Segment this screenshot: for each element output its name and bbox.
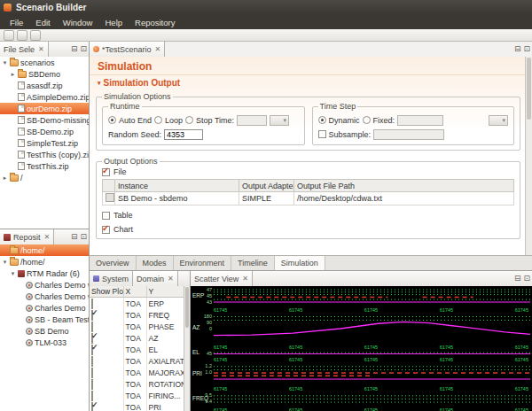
column-header-x[interactable]: X — [123, 286, 146, 298]
tree-item[interactable]: ASimpleDemo.zip — [0, 91, 89, 103]
close-icon[interactable]: ✕ — [242, 275, 248, 283]
tree-item[interactable]: Charles Demo w/ ... — [0, 279, 89, 291]
scrollbar-thumb[interactable] — [185, 287, 189, 328]
close-icon[interactable]: ✕ — [168, 275, 174, 283]
tree-item[interactable]: ▾scenarios — [0, 57, 89, 68]
maximize-icon[interactable]: ⊡ — [80, 231, 87, 242]
table-output-option[interactable]: Table — [102, 211, 514, 220]
tree-item[interactable]: ▾RTM Radar (6) — [0, 268, 89, 279]
menu-help[interactable]: Help — [98, 17, 129, 28]
refresh-icon[interactable] — [30, 30, 41, 41]
menu-repository[interactable]: Repository — [129, 17, 181, 28]
minimize-icon[interactable]: ⊟ — [71, 231, 78, 242]
save-all-icon[interactable] — [17, 30, 27, 41]
show-plot-checkbox[interactable] — [91, 379, 93, 390]
tree-item[interactable]: asasdf.zip — [0, 80, 89, 91]
table-row[interactable]: TOAPHASE — [90, 321, 184, 332]
page-tab-environment[interactable]: Environment — [174, 256, 232, 270]
page-tab-timeline[interactable]: Timeline — [231, 256, 275, 270]
chart-output-option[interactable]: ✓ Chart — [102, 225, 514, 234]
page-tab-modes[interactable]: Modes — [137, 256, 174, 270]
tree-item[interactable]: ourDemo.zip — [0, 103, 89, 114]
page-tab-simulation[interactable]: Simulation — [275, 256, 325, 270]
scrollbar-thumb[interactable] — [527, 58, 531, 120]
tree-item[interactable]: SB Demo — [0, 325, 89, 337]
show-plot-checkbox[interactable]: ✓ — [91, 345, 93, 355]
tree-item[interactable]: /home/ — [0, 244, 89, 256]
minimize-icon[interactable]: ⊟ — [71, 43, 78, 54]
tab-testscenario[interactable]: *TestScenario ✕ — [90, 42, 165, 57]
auto-end-radio[interactable] — [108, 116, 116, 124]
column-header-output-file-path[interactable]: Output File Path — [294, 180, 514, 192]
menu-file[interactable]: File — [4, 17, 29, 28]
editor-scrollbar[interactable] — [525, 57, 532, 256]
table-row[interactable]: TOAROTATION... — [90, 378, 184, 390]
save-icon[interactable] — [4, 30, 14, 41]
column-header-instance[interactable]: Instance — [115, 180, 239, 192]
menu-edit[interactable]: Edit — [29, 17, 56, 28]
table-row[interactable]: TOAMAJORAX... — [90, 367, 184, 378]
tree-item[interactable]: SimpleTest.zip — [0, 137, 89, 149]
tab-scatter-view[interactable]: Scatter View ✕ — [191, 271, 253, 286]
tree-item[interactable]: SB-Demo.zip — [0, 126, 89, 137]
page-tab-overview[interactable]: Overview — [90, 256, 137, 270]
column-header-output-adapter[interactable]: Output Adapter — [239, 180, 294, 192]
column-header-y[interactable]: Y — [146, 286, 184, 298]
tree-item[interactable]: ▾/home/ — [0, 256, 89, 268]
time-step-unit-dropdown[interactable]: ▾ — [489, 115, 508, 126]
chevron-down-icon[interactable]: ▾ — [10, 270, 16, 277]
tree-item[interactable]: SB - Beam Test 2 — [0, 314, 89, 325]
random-seed-input[interactable] — [164, 129, 203, 140]
subsample-checkbox[interactable] — [318, 130, 326, 138]
chevron-right-icon[interactable]: ▸ — [2, 174, 8, 182]
tab-domain[interactable]: Domain ✕ — [133, 271, 178, 286]
row-selector[interactable] — [106, 193, 114, 202]
tree-item[interactable]: ▸SBDemo — [0, 68, 89, 80]
stop-time-radio[interactable] — [185, 116, 193, 124]
show-plot-checkbox[interactable] — [91, 322, 93, 332]
maximize-icon[interactable]: ⊡ — [80, 43, 87, 54]
stop-time-unit-dropdown[interactable]: ▾ — [270, 115, 289, 126]
domain-scrollbar[interactable] — [184, 286, 190, 411]
tree-item[interactable]: SB-Demo-missingR — [0, 114, 89, 126]
chevron-right-icon[interactable]: ▸ — [10, 71, 16, 78]
column-header-show-plot[interactable]: Show Plot — [90, 286, 123, 298]
tab-system[interactable]: System — [90, 271, 133, 286]
tree-item[interactable]: ▸/ — [0, 172, 89, 183]
table-row[interactable]: SB Demo - sbdemo SIMPLE /home/Desktop/cd… — [103, 192, 514, 206]
maximize-icon[interactable]: ⊡ — [523, 43, 530, 54]
fixed-radio[interactable] — [363, 116, 371, 124]
dynamic-radio[interactable] — [318, 116, 326, 124]
close-icon[interactable]: ✕ — [155, 45, 161, 53]
minimize-icon[interactable]: ⊟ — [514, 43, 521, 54]
section-simulation-output[interactable]: ▾ Simulation Output — [98, 78, 519, 88]
show-plot-checkbox[interactable] — [91, 299, 93, 309]
show-plot-checkbox[interactable] — [91, 356, 93, 367]
table-row[interactable]: TOAAXIALRAT... — [90, 355, 184, 367]
table-row[interactable]: ✓TOAPRI — [90, 401, 184, 411]
chevron-down-icon[interactable]: ▾ — [2, 259, 8, 266]
show-plot-checkbox[interactable]: ✓ — [91, 310, 93, 321]
show-plot-checkbox[interactable] — [91, 368, 93, 378]
fixed-step-input[interactable] — [397, 115, 443, 126]
tree-item[interactable]: TestThis (copy).zip — [0, 149, 89, 160]
minimize-icon[interactable]: ⊟ — [514, 273, 521, 283]
chart-checkbox[interactable]: ✓ — [102, 226, 110, 234]
table-row[interactable]: TOAFIRING... — [90, 390, 184, 401]
tab-repository[interactable]: Reposit ✕ — [0, 229, 54, 244]
tree-item[interactable]: Charles Demo — [0, 302, 89, 314]
maximize-icon[interactable]: ⊡ — [523, 273, 530, 283]
show-plot-checkbox[interactable] — [91, 391, 93, 401]
close-icon[interactable]: ✕ — [38, 45, 44, 53]
loop-radio[interactable] — [154, 116, 162, 124]
chevron-down-icon[interactable]: ▾ — [2, 59, 8, 66]
table-row[interactable]: TOAERP — [90, 298, 184, 310]
show-plot-checkbox[interactable]: ✓ — [91, 402, 93, 411]
tree-item[interactable]: TLM-033 — [0, 337, 89, 348]
close-icon[interactable]: ✕ — [44, 233, 51, 241]
table-row[interactable]: ✓TOAAZ — [90, 332, 184, 344]
table-row[interactable]: ✓TOAFREQ — [90, 309, 184, 321]
tab-file-selection[interactable]: File Sele ✕ — [0, 42, 49, 57]
file-checkbox[interactable]: ✓ — [102, 168, 110, 176]
subsample-input[interactable] — [373, 129, 444, 140]
